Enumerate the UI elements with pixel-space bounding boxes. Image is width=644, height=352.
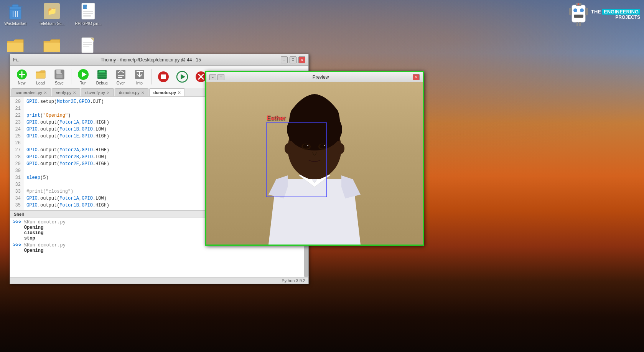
- thonny-window-controls: _ □ ✕: [281, 56, 305, 63]
- save-icon: [54, 69, 65, 80]
- tab-dcmotor2-close[interactable]: ✕: [178, 91, 181, 95]
- preview-window: - □ Preview ✕: [205, 71, 424, 246]
- svg-rect-8: [569, 8, 572, 15]
- resume-icon: [176, 71, 188, 83]
- svg-rect-4: [576, 22, 578, 26]
- toolbar-separator-2: [151, 69, 152, 84]
- svg-text:PI: PI: [86, 6, 90, 9]
- svg-rect-9: [585, 8, 588, 15]
- tab-dcmotor2[interactable]: dcmotor.py ✕: [149, 88, 185, 96]
- over-label: Over: [117, 81, 125, 85]
- preview-camera-feed: Esther: [206, 82, 423, 245]
- svg-point-2: [580, 8, 584, 12]
- svg-rect-5: [579, 22, 581, 26]
- debug-button[interactable]: Debug: [93, 67, 110, 86]
- preview-maximize-button[interactable]: □: [217, 74, 224, 80]
- preview-minimize-button[interactable]: -: [209, 74, 216, 80]
- desktop-icon-wastebasket[interactable]: Wastebasket: [2, 2, 29, 26]
- preview-left-controls: - □: [209, 74, 229, 80]
- thonny-title: Thonny - /home/pi/Desktop/dcmotor.py @ 4…: [100, 57, 201, 63]
- engineering-projects-logo: THE ENGINEERING PROJECTS: [568, 2, 640, 27]
- preview-close-button[interactable]: ✕: [413, 74, 420, 80]
- telegram-icon: 📁: [43, 2, 61, 20]
- save-label: Save: [55, 81, 64, 85]
- shell-scrollbar-thumb[interactable]: [304, 246, 308, 277]
- face-detection-box: Esther: [266, 122, 327, 197]
- logo-engineering: ENGINEERING: [602, 9, 640, 15]
- over-icon: [115, 68, 127, 81]
- over-button[interactable]: Over: [112, 67, 129, 86]
- run-button[interactable]: Run: [74, 67, 92, 86]
- stop-button[interactable]: [155, 69, 172, 84]
- load-button[interactable]: Load: [32, 67, 49, 86]
- svg-rect-21: [83, 11, 93, 12]
- svg-rect-3: [574, 15, 583, 18]
- face-label: Esther: [267, 115, 286, 122]
- svg-marker-52: [181, 74, 185, 79]
- load-icon: [35, 69, 46, 80]
- logo-projects: PROJECTS: [591, 15, 640, 20]
- thonny-title-left: Fi...: [13, 57, 21, 63]
- debug-icon: [96, 68, 108, 81]
- thonny-minimize-button[interactable]: _: [281, 56, 288, 63]
- run-label: Run: [79, 81, 86, 85]
- svg-rect-23: [83, 15, 91, 17]
- toolbar-separator-1: [71, 69, 71, 84]
- save-button[interactable]: Save: [51, 67, 68, 86]
- thonny-titlebar: Fi... Thonny - /home/pi/Desktop/dcmotor.…: [10, 54, 308, 66]
- resume-button[interactable]: [173, 69, 191, 84]
- preview-title: Preview: [229, 74, 413, 80]
- svg-rect-50: [161, 74, 166, 79]
- desktop-icon-folder2[interactable]: [38, 36, 65, 55]
- svg-rect-22: [83, 13, 93, 14]
- tab-dcverify[interactable]: dcverify.py ✕: [81, 88, 114, 96]
- robot-icon: [568, 2, 589, 27]
- stop-icon: [157, 71, 170, 83]
- tab-dcverify-close[interactable]: ✕: [107, 91, 110, 95]
- into-icon: [133, 68, 146, 81]
- svg-rect-0: [572, 5, 585, 22]
- svg-rect-35: [56, 74, 63, 78]
- telegram-label: TeleGram-Sc...: [39, 21, 65, 26]
- preview-controls: ✕: [413, 74, 420, 80]
- tab-verify-close[interactable]: ✕: [73, 91, 76, 95]
- tab-cameratest[interactable]: cameratest.py ✕: [12, 88, 51, 96]
- debug-label: Debug: [96, 81, 107, 85]
- wastebasket-label: Wastebasket: [4, 21, 26, 26]
- desktop-icon-rpi-gpio[interactable]: PI RPI GPIO pin...: [75, 2, 102, 26]
- thonny-close-button[interactable]: ✕: [298, 56, 305, 63]
- folder2-icon: [43, 38, 61, 53]
- desktop-icons-row1: Wastebasket 📁 TeleGram-Sc... PI RPI GPIO…: [2, 2, 102, 26]
- svg-text:📁: 📁: [47, 7, 57, 16]
- svg-point-1: [573, 8, 577, 12]
- thonny-statusbar: Python 3.9.2: [10, 277, 308, 284]
- thonny-maximize-button[interactable]: □: [290, 56, 296, 63]
- into-label: Into: [136, 81, 143, 85]
- svg-point-66: [337, 143, 344, 154]
- preview-titlebar: - □ Preview ✕: [206, 72, 423, 82]
- svg-rect-43: [99, 71, 105, 72]
- tab-dcmotor1[interactable]: dcmotor.py ✕: [115, 88, 148, 96]
- logo-the: THE: [591, 9, 601, 15]
- desktop-icon-file[interactable]: [75, 36, 102, 55]
- folder1-icon: [7, 38, 24, 53]
- rpi-gpio-icon: PI: [81, 2, 96, 20]
- line-numbers: 20 21 22 23 24 25 26 27 28 29 30 31 32 3…: [10, 97, 23, 210]
- tab-dcmotor1-close[interactable]: ✕: [141, 91, 144, 95]
- new-icon: [16, 69, 28, 80]
- desktop-icon-telegram[interactable]: 📁 TeleGram-Sc...: [38, 2, 65, 26]
- rpi-gpio-label: RPI GPIO pin...: [75, 21, 102, 26]
- svg-point-7: [578, 3, 579, 5]
- tab-verify[interactable]: verify.py ✕: [52, 88, 80, 96]
- new-label: New: [18, 81, 25, 85]
- file-icon: [81, 37, 96, 55]
- run-icon: [77, 68, 89, 81]
- svg-rect-36: [61, 70, 62, 73]
- new-button[interactable]: New: [13, 67, 30, 86]
- tab-cameratest-close[interactable]: ✕: [44, 91, 47, 95]
- shell-output-opening2: Opening: [13, 248, 305, 253]
- load-label: Load: [36, 81, 44, 85]
- wastebasket-icon: [7, 2, 23, 20]
- into-button[interactable]: Into: [131, 67, 148, 86]
